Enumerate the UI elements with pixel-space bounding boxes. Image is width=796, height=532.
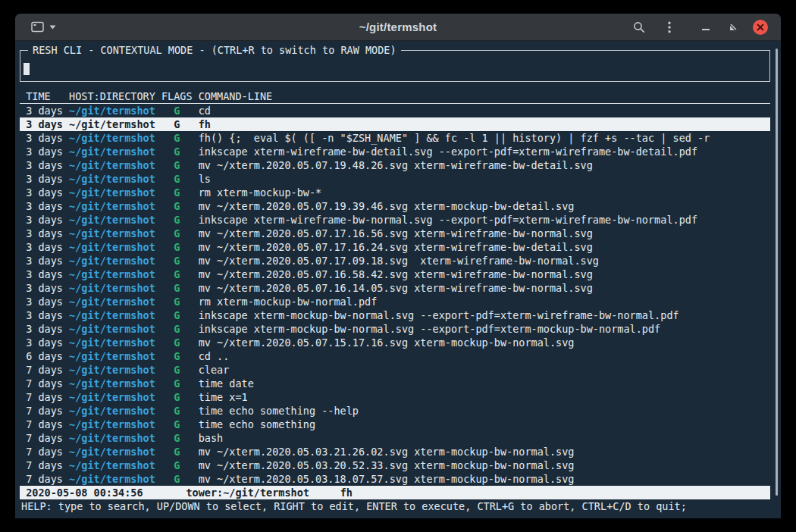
- row-time: 3 days: [26, 104, 63, 117]
- row-command: cd ..: [199, 349, 770, 363]
- row-flag: G: [161, 172, 193, 186]
- history-row[interactable]: 7 days ~/git/termshot G mv ~/xterm.2020.…: [20, 458, 770, 472]
- row-time: 3 days: [26, 199, 63, 213]
- row-flag: G: [161, 363, 193, 377]
- row-time: 3 days: [26, 213, 63, 227]
- row-command: mv ~/xterm.2020.05.07.16.58.42.svg xterm…: [199, 268, 770, 281]
- history-row[interactable]: 3 days ~/git/termshot G ls: [20, 172, 770, 186]
- row-command: mv ~/xterm.2020.05.07.17.09.18.svg xterm…: [199, 254, 770, 268]
- row-flag: G: [161, 281, 193, 295]
- history-row[interactable]: 7 days ~/git/termshot G clear: [20, 363, 770, 377]
- history-row[interactable]: 3 days ~/git/termshot G mv ~/xterm.2020.…: [20, 158, 770, 172]
- row-flag: G: [161, 445, 193, 458]
- row-time: 3 days: [26, 295, 63, 308]
- new-tab-button[interactable]: [27, 19, 60, 35]
- search-icon: [633, 21, 645, 33]
- row-directory: ~/git/termshot: [69, 172, 155, 186]
- history-row[interactable]: 7 days ~/git/termshot G time echo someth…: [20, 404, 770, 418]
- row-command: fh() {; eval $( ([ -n "$ZSH_NAME" ] && f…: [199, 131, 770, 145]
- row-directory: ~/git/termshot: [69, 145, 155, 158]
- row-directory: ~/git/termshot: [69, 363, 155, 377]
- row-directory: ~/git/termshot: [69, 390, 155, 404]
- header-time: TIME: [26, 89, 63, 103]
- row-flag: G: [161, 268, 193, 281]
- status-bar: 2020-05-08 00:34:56 tower:~/git/termshot…: [20, 486, 770, 499]
- close-button[interactable]: [751, 17, 770, 37]
- history-row[interactable]: 3 days ~/git/termshot G fh: [20, 117, 770, 131]
- history-row[interactable]: 7 days ~/git/termshot G mv ~/xterm.2020.…: [20, 472, 770, 486]
- row-flag: G: [161, 117, 193, 131]
- history-row[interactable]: 3 days ~/git/termshot G mv ~/xterm.2020.…: [20, 199, 770, 213]
- scrollbar[interactable]: [776, 49, 778, 496]
- row-directory: ~/git/termshot: [69, 281, 155, 295]
- row-time: 3 days: [26, 117, 63, 131]
- row-command: rm xterm-mockup-bw-normal.pdf: [199, 295, 770, 308]
- row-command: bash: [199, 431, 770, 445]
- row-flag: G: [161, 145, 193, 158]
- history-row[interactable]: 3 days ~/git/termshot G rm xterm-mockup-…: [20, 186, 770, 199]
- row-flag: G: [161, 472, 193, 486]
- row-command: mv ~/xterm.2020.05.07.16.14.05.svg xterm…: [199, 281, 770, 295]
- history-row[interactable]: 3 days ~/git/termshot G mv ~/xterm.2020.…: [20, 336, 770, 349]
- resh-search-box[interactable]: RESH CLI - CONTEXTUAL MODE - (CTRL+R to …: [20, 50, 770, 82]
- row-time: 3 days: [26, 172, 63, 186]
- terminal-screen[interactable]: RESH CLI - CONTEXTUAL MODE - (CTRL+R to …: [15, 41, 781, 518]
- row-command: mv ~/xterm.2020.05.07.15.17.16.svg xterm…: [199, 336, 770, 349]
- row-command: time echo something --help: [199, 404, 770, 418]
- row-flag: G: [161, 295, 193, 308]
- row-command: inkscape xterm-mockup-bw-normal.svg --ex…: [199, 322, 770, 336]
- history-row[interactable]: 7 days ~/git/termshot G bash: [20, 431, 770, 445]
- row-directory: ~/git/termshot: [69, 472, 155, 486]
- row-command: cd: [199, 104, 770, 117]
- kebab-menu-icon: [668, 21, 671, 33]
- row-time: 3 days: [26, 158, 63, 172]
- row-command: mv ~/xterm.2020.05.03.20.52.33.svg xterm…: [199, 458, 770, 472]
- column-headers: TIME HOST:DIRECTORY FLAGS COMMAND-LINE: [20, 89, 770, 104]
- row-time: 7 days: [26, 390, 63, 404]
- history-row[interactable]: 3 days ~/git/termshot G inkscape xterm-m…: [20, 308, 770, 322]
- history-row[interactable]: 3 days ~/git/termshot G inkscape xterm-m…: [20, 322, 770, 336]
- history-row[interactable]: 3 days ~/git/termshot G rm xterm-mockup-…: [20, 295, 770, 308]
- history-row[interactable]: 3 days ~/git/termshot G mv ~/xterm.2020.…: [20, 240, 770, 254]
- desktop-background: { "colors": { "titlebar_bg": "#34383c", …: [0, 0, 796, 532]
- status-host-directory: tower:~/git/termshot: [186, 486, 309, 499]
- row-directory: ~/git/termshot: [69, 404, 155, 418]
- row-flag: G: [161, 431, 193, 445]
- terminal-window: ~/git/termshot: [15, 14, 781, 518]
- row-flag: G: [161, 336, 193, 349]
- history-row[interactable]: 6 days ~/git/termshot G cd ..: [20, 349, 770, 363]
- history-row[interactable]: 3 days ~/git/termshot G mv ~/xterm.2020.…: [20, 254, 770, 268]
- history-row[interactable]: 3 days ~/git/termshot G mv ~/xterm.2020.…: [20, 268, 770, 281]
- history-row[interactable]: 7 days ~/git/termshot G mv ~/xterm.2020.…: [20, 445, 770, 458]
- row-command: mv ~/xterm.2020.05.07.19.48.26.svg xterm…: [199, 158, 770, 172]
- row-directory: ~/git/termshot: [69, 349, 155, 363]
- menu-button[interactable]: [660, 17, 679, 37]
- maximize-icon: [729, 23, 738, 32]
- row-command: inkscape xterm-wireframe-bw-normal.svg -…: [199, 213, 770, 227]
- history-row[interactable]: 3 days ~/git/termshot G inkscape xterm-w…: [20, 213, 770, 227]
- row-command: mv ~/xterm.2020.05.07.19.39.46.svg xterm…: [199, 199, 770, 213]
- row-flag: G: [161, 418, 193, 431]
- history-row[interactable]: 7 days ~/git/termshot G time x=1: [20, 390, 770, 404]
- history-row[interactable]: 3 days ~/git/termshot G mv ~/xterm.2020.…: [20, 227, 770, 240]
- status-datetime: 2020-05-08 00:34:56: [26, 486, 143, 499]
- history-row[interactable]: 7 days ~/git/termshot G time echo someth…: [20, 418, 770, 431]
- history-row[interactable]: 3 days ~/git/termshot G cd: [20, 104, 770, 117]
- row-time: 3 days: [26, 308, 63, 322]
- history-row[interactable]: 3 days ~/git/termshot G mv ~/xterm.2020.…: [20, 281, 770, 295]
- row-directory: ~/git/termshot: [69, 377, 155, 390]
- search-button[interactable]: [629, 17, 649, 37]
- row-directory: ~/git/termshot: [69, 308, 155, 322]
- row-time: 7 days: [26, 418, 63, 431]
- row-flag: G: [161, 186, 193, 199]
- minimize-button[interactable]: [696, 17, 716, 37]
- history-row[interactable]: 3 days ~/git/termshot G inkscape xterm-w…: [20, 145, 770, 158]
- history-row[interactable]: 7 days ~/git/termshot G time date: [20, 377, 770, 390]
- row-command: mv ~/xterm.2020.05.07.17.16.56.svg xterm…: [199, 227, 770, 240]
- row-time: 7 days: [26, 404, 63, 418]
- row-command: time echo something: [199, 418, 770, 431]
- history-row[interactable]: 3 days ~/git/termshot G fh() {; eval $( …: [20, 131, 770, 145]
- titlebar[interactable]: ~/git/termshot: [15, 14, 781, 41]
- maximize-button[interactable]: [723, 17, 743, 37]
- row-directory: ~/git/termshot: [69, 186, 155, 199]
